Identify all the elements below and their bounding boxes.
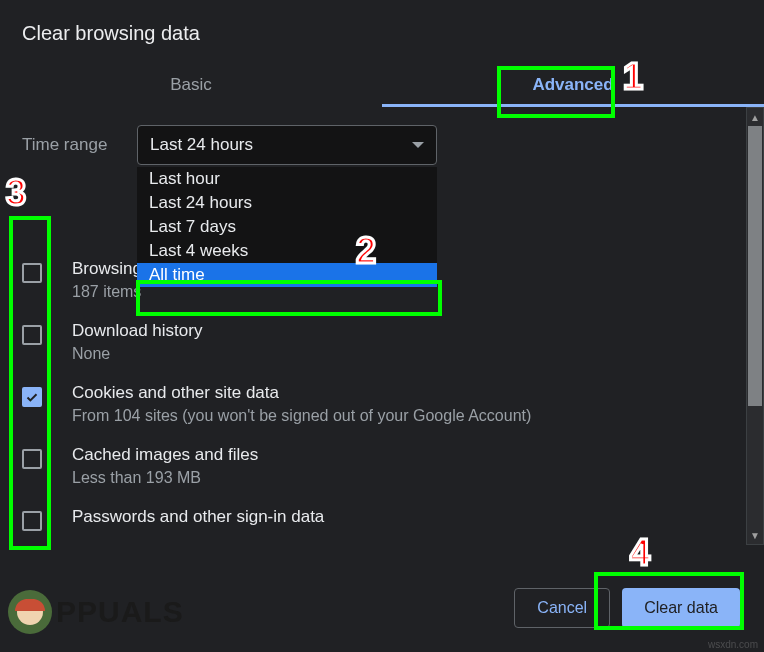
checkmark-icon [26,393,38,402]
logo-text: PPUALS [56,595,184,629]
content-area: Time range Last 24 hours Last hour Last … [0,107,764,545]
list-item[interactable]: Cached images and files Less than 193 MB [22,435,724,497]
tab-bar: Basic Advanced [0,65,764,107]
checkbox-browsing-history[interactable] [22,263,42,283]
clear-data-button[interactable]: Clear data [622,588,740,628]
dropdown-option-last-hour[interactable]: Last hour [137,167,437,191]
item-text: Download history None [72,321,724,363]
time-range-label: Time range [22,135,137,155]
item-title: Download history [72,321,724,341]
cancel-button[interactable]: Cancel [514,588,610,628]
scrollbar-thumb[interactable] [748,126,762,406]
time-range-row: Time range Last 24 hours [0,107,764,165]
logo-avatar-icon [8,590,52,634]
scroll-down-icon[interactable]: ▼ [747,526,763,544]
list-item[interactable]: Cookies and other site data From 104 sit… [22,373,724,435]
appuals-logo: PPUALS [8,590,184,634]
checkbox-download-history[interactable] [22,325,42,345]
list-item[interactable]: Passwords and other sign-in data [22,497,724,541]
dialog-title: Clear browsing data [0,0,764,65]
item-sub: None [72,345,724,363]
list-item[interactable]: Download history None [22,311,724,373]
watermark: wsxdn.com [708,639,758,650]
dropdown-option-all-time[interactable]: All time [137,263,437,287]
item-title: Cached images and files [72,445,724,465]
chevron-down-icon [412,142,424,148]
time-range-select[interactable]: Last 24 hours [137,125,437,165]
checkbox-cookies[interactable] [22,387,42,407]
dropdown-option-last-4-weeks[interactable]: Last 4 weeks [137,239,437,263]
item-title: Passwords and other sign-in data [72,507,724,527]
time-range-dropdown: Last hour Last 24 hours Last 7 days Last… [137,167,437,287]
tab-basic[interactable]: Basic [0,65,382,107]
item-text: Passwords and other sign-in data [72,507,724,531]
tab-advanced[interactable]: Advanced [382,65,764,107]
item-sub: Less than 193 MB [72,469,724,487]
checkbox-passwords[interactable] [22,511,42,531]
item-text: Cookies and other site data From 104 sit… [72,383,724,425]
dropdown-option-last-24-hours[interactable]: Last 24 hours [137,191,437,215]
item-text: Cached images and files Less than 193 MB [72,445,724,487]
dropdown-option-last-7-days[interactable]: Last 7 days [137,215,437,239]
scroll-up-icon[interactable]: ▲ [747,108,763,126]
item-sub: From 104 sites (you won't be signed out … [72,407,724,425]
time-range-selected-value: Last 24 hours [150,135,253,155]
checkbox-cached-images[interactable] [22,449,42,469]
scrollbar[interactable]: ▲ ▼ [746,107,764,545]
item-title: Cookies and other site data [72,383,724,403]
